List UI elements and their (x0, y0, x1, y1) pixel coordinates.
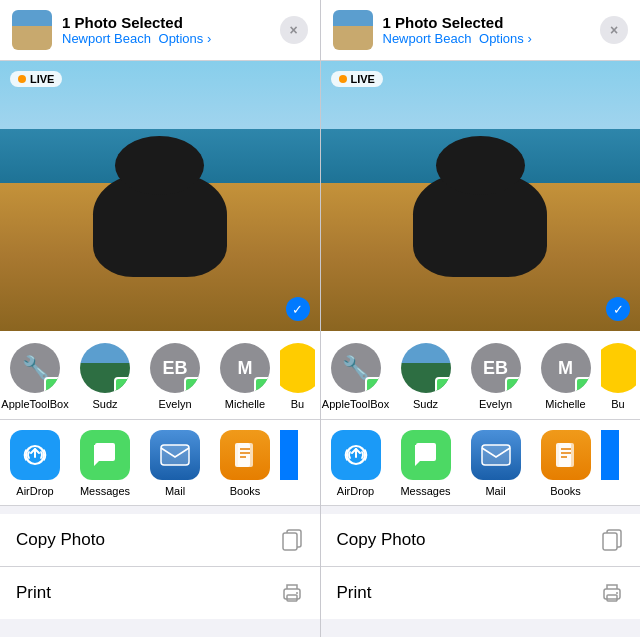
left-contact-bu[interactable]: Bu (280, 343, 315, 411)
left-action-print[interactable]: Print (0, 567, 320, 619)
left-photo-count: 1 Photo Selected (62, 14, 280, 31)
right-photo-dog (368, 129, 592, 278)
left-print-label: Print (16, 583, 268, 603)
right-checkmark: ✓ (606, 297, 630, 321)
right-contact-name-sudz: Sudz (413, 398, 438, 411)
svg-point-25 (616, 592, 618, 594)
right-avatar-michelle: M (541, 343, 591, 393)
right-share-panel: 1 Photo Selected Newport Beach Options ›… (321, 0, 641, 637)
left-close-button[interactable]: × (280, 16, 308, 44)
right-dog-head (436, 136, 525, 195)
left-apps-row: AirDrop Messages Mail (0, 420, 320, 506)
left-contacts-row: 🔧 AppleToolBox Sudz EB Evelyn M Michelle (0, 331, 320, 420)
left-books-icon (220, 430, 270, 480)
left-options-link[interactable]: Options › (159, 31, 212, 46)
right-badge-appletoolbox (365, 377, 381, 393)
right-messages-icon (401, 430, 451, 480)
right-contact-name-michelle: Michelle (545, 398, 585, 411)
left-contact-sudz[interactable]: Sudz (70, 343, 140, 411)
left-action-copy-photo[interactable]: Copy Photo (0, 514, 320, 567)
left-app-airdrop[interactable]: AirDrop (0, 430, 70, 497)
right-app-name-messages: Messages (400, 485, 450, 497)
left-contact-name-evelyn: Evelyn (158, 398, 191, 411)
left-app-mail[interactable]: Mail (140, 430, 210, 497)
left-avatar-evelyn: EB (150, 343, 200, 393)
right-photo-scene: LIVE ✓ (321, 61, 641, 331)
left-checkmark: ✓ (286, 297, 310, 321)
right-options-link[interactable]: Options › (479, 31, 532, 46)
right-live-dot (339, 75, 347, 83)
left-messages-icon (80, 430, 130, 480)
right-contacts-row: 🔧 AppleToolBox Sudz EB Evelyn M Michelle (321, 331, 641, 420)
right-app-airdrop[interactable]: AirDrop (321, 430, 391, 497)
right-airdrop-icon (331, 430, 381, 480)
left-panel-header: 1 Photo Selected Newport Beach Options ›… (0, 0, 320, 61)
left-partial-app-icon (280, 430, 298, 480)
left-action-list: Copy Photo Print (0, 514, 320, 619)
left-location: Newport Beach Options › (62, 31, 280, 46)
left-contact-evelyn[interactable]: EB Evelyn (140, 343, 210, 411)
left-badge-appletoolbox (44, 377, 60, 393)
right-mail-icon (471, 430, 521, 480)
left-contact-name-sudz: Sudz (92, 398, 117, 411)
right-close-button[interactable]: × (600, 16, 628, 44)
left-photo-area: LIVE ✓ (0, 61, 320, 331)
right-photo-count: 1 Photo Selected (383, 14, 601, 31)
right-avatar-evelyn: EB (471, 343, 521, 393)
left-app-name-airdrop: AirDrop (16, 485, 53, 497)
svg-rect-14 (482, 445, 510, 465)
left-contact-appletoolbox[interactable]: 🔧 AppleToolBox (0, 343, 70, 411)
left-avatar-sudz (80, 343, 130, 393)
left-photo-dog (48, 129, 272, 278)
right-app-books[interactable]: Books (531, 430, 601, 497)
right-live-badge: LIVE (331, 71, 383, 87)
right-contact-appletoolbox[interactable]: 🔧 AppleToolBox (321, 343, 391, 411)
right-app-name-airdrop: AirDrop (337, 485, 374, 497)
right-contact-sudz[interactable]: Sudz (391, 343, 461, 411)
right-partial-app-icon (601, 430, 619, 480)
svg-rect-17 (559, 443, 574, 467)
left-app-books[interactable]: Books (210, 430, 280, 497)
right-print-label: Print (337, 583, 589, 603)
right-books-icon (541, 430, 591, 480)
left-photo-scene: LIVE ✓ (0, 61, 320, 331)
right-copy-photo-label: Copy Photo (337, 530, 589, 550)
svg-rect-11 (287, 595, 297, 601)
right-contact-name-evelyn: Evelyn (479, 398, 512, 411)
left-badge-evelyn (184, 377, 200, 393)
right-badge-evelyn (505, 377, 521, 393)
right-avatar-bu (601, 343, 636, 393)
right-action-print[interactable]: Print (321, 567, 641, 619)
svg-rect-1 (161, 445, 189, 465)
right-action-copy-photo[interactable]: Copy Photo (321, 514, 641, 567)
left-app-name-books: Books (230, 485, 261, 497)
right-avatar-appletoolbox: 🔧 (331, 343, 381, 393)
right-app-mail[interactable]: Mail (461, 430, 531, 497)
right-apps-row: AirDrop Messages Mail (321, 420, 641, 506)
left-contact-michelle[interactable]: M Michelle (210, 343, 280, 411)
svg-rect-9 (283, 533, 297, 550)
right-panel-header: 1 Photo Selected Newport Beach Options ›… (321, 0, 641, 61)
right-contact-name-appletoolbox: AppleToolBox (322, 398, 389, 411)
right-app-partial[interactable] (601, 430, 619, 497)
right-contact-bu[interactable]: Bu (601, 343, 636, 411)
svg-point-12 (296, 592, 298, 594)
right-contact-evelyn[interactable]: EB Evelyn (461, 343, 531, 411)
left-app-name-mail: Mail (165, 485, 185, 497)
right-app-messages[interactable]: Messages (391, 430, 461, 497)
right-print-icon (600, 581, 624, 605)
right-contact-name-bu: Bu (611, 398, 624, 411)
left-live-badge: LIVE (10, 71, 62, 87)
right-contact-michelle[interactable]: M Michelle (531, 343, 601, 411)
right-badge-michelle (575, 377, 591, 393)
svg-rect-22 (603, 533, 617, 550)
left-badge-michelle (254, 377, 270, 393)
right-header-text: 1 Photo Selected Newport Beach Options › (383, 14, 601, 46)
right-photo-area: LIVE ✓ (321, 61, 641, 331)
left-app-messages[interactable]: Messages (70, 430, 140, 497)
right-app-name-books: Books (550, 485, 581, 497)
svg-rect-24 (607, 595, 617, 601)
right-badge-sudz (435, 377, 451, 393)
left-avatar-michelle: M (220, 343, 270, 393)
left-app-partial[interactable] (280, 430, 298, 497)
